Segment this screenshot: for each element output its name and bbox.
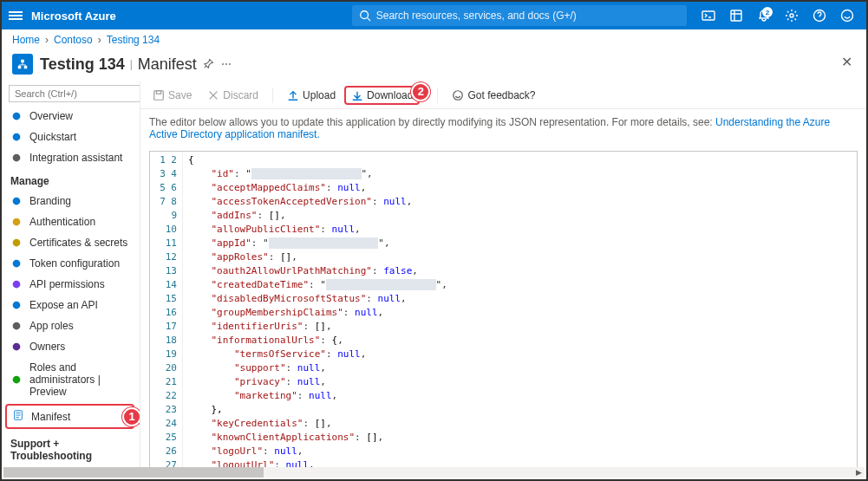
- svg-rect-7: [21, 60, 24, 63]
- editor-gutter: 1 2 3 4 5 6 7 8 9 10 11 12 13 14 15 16 1…: [150, 152, 183, 468]
- breadcrumb: Home › Contoso › Testing 134: [2, 29, 866, 50]
- cert-icon: [10, 237, 23, 249]
- sidebar-item-label: Token configuration: [29, 257, 120, 270]
- sidebar-item-label: API permissions: [29, 278, 105, 290]
- directories-icon[interactable]: [724, 3, 748, 28]
- save-button: Save: [146, 86, 199, 105]
- svg-point-17: [13, 281, 21, 289]
- sidebar: « OverviewQuickstartIntegration assistan…: [2, 81, 140, 472]
- sidebar-item-label: Quickstart: [29, 131, 76, 143]
- svg-rect-3: [731, 10, 741, 21]
- search-icon: [359, 10, 371, 22]
- sidebar-group-support: Support + Troubleshooting: [2, 431, 140, 465]
- scroll-thumb[interactable]: [3, 467, 264, 478]
- discard-button: Discard: [200, 86, 265, 105]
- brand-text: Microsoft Azure: [31, 10, 116, 23]
- search-input[interactable]: [376, 10, 680, 22]
- menu-icon[interactable]: [9, 11, 23, 20]
- upload-button[interactable]: Upload: [280, 86, 343, 105]
- rocket-icon: [10, 131, 23, 143]
- svg-point-11: [13, 133, 21, 141]
- sidebar-item-top-1[interactable]: Quickstart: [2, 127, 140, 147]
- api-icon: [10, 278, 23, 290]
- sidebar-item-label: App roles: [29, 320, 74, 332]
- svg-point-14: [13, 218, 21, 226]
- feedback-button[interactable]: Got feedback?: [445, 86, 542, 105]
- svg-point-32: [454, 90, 463, 100]
- scroll-right-icon[interactable]: ▶: [852, 467, 865, 478]
- cloud-shell-icon[interactable]: [696, 3, 721, 28]
- sidebar-item-manage-5[interactable]: Expose an API: [2, 295, 140, 315]
- svg-point-20: [13, 343, 21, 351]
- page-title: Testing 134: [40, 55, 125, 74]
- sidebar-item-label: Branding: [29, 195, 71, 207]
- crumb-2[interactable]: Testing 134: [107, 34, 160, 46]
- svg-point-18: [13, 302, 21, 309]
- key-icon: [10, 216, 23, 228]
- sidebar-item-label: Integration assistant: [29, 152, 122, 164]
- sidebar-item-manage-3[interactable]: Token configuration: [2, 253, 140, 274]
- svg-point-6: [842, 10, 853, 22]
- token-icon: [10, 257, 23, 270]
- settings-icon[interactable]: [780, 3, 804, 28]
- wrench-icon: [10, 152, 23, 164]
- sidebar-item-manage-0[interactable]: Branding: [2, 191, 140, 211]
- notifications-icon[interactable]: 2: [752, 3, 776, 28]
- sidebar-item-label: Certificates & secrets: [29, 237, 127, 249]
- sidebar-item-manage-6[interactable]: App roles: [2, 315, 140, 336]
- svg-point-19: [13, 322, 21, 330]
- sidebar-item-manifest[interactable]: Manifest 1: [5, 404, 134, 429]
- roles-icon: [10, 320, 23, 332]
- toolbar: Save Discard Upload Download 2: [140, 81, 866, 109]
- grid-icon: [10, 110, 23, 122]
- tag-icon: [10, 195, 23, 207]
- editor-code[interactable]: { "id": "x", "acceptMappedClaims": null,…: [183, 152, 857, 468]
- crumb-home[interactable]: Home: [12, 34, 40, 46]
- sidebar-item-manage-2[interactable]: Certificates & secrets: [2, 232, 140, 253]
- svg-point-21: [13, 376, 21, 384]
- sidebar-item-manage-4[interactable]: API permissions: [2, 274, 140, 295]
- crumb-1[interactable]: Contoso: [54, 34, 93, 46]
- annotation-badge-1: 1: [122, 407, 140, 426]
- svg-rect-8: [18, 66, 22, 69]
- more-icon[interactable]: ⋯: [221, 58, 232, 70]
- feedback-icon[interactable]: [835, 3, 859, 28]
- close-icon[interactable]: ✕: [841, 54, 852, 70]
- horizontal-scrollbar[interactable]: ◀ ▶: [3, 467, 865, 478]
- manifest-editor[interactable]: 1 2 3 4 5 6 7 8 9 10 11 12 13 14 15 16 1…: [149, 151, 858, 469]
- sidebar-item-manage-1[interactable]: Authentication: [2, 211, 140, 232]
- content-area: Save Discard Upload Download 2: [140, 81, 866, 472]
- pin-icon[interactable]: [204, 58, 214, 71]
- svg-line-1: [367, 18, 370, 22]
- help-icon[interactable]: [807, 3, 832, 28]
- sidebar-item-label: Roles and administrators | Preview: [29, 361, 131, 398]
- sidebar-item-label: Manifest: [31, 411, 70, 423]
- info-text: The editor below allows you to update th…: [140, 109, 866, 147]
- global-search[interactable]: [352, 5, 687, 26]
- notification-badge: 2: [762, 7, 773, 17]
- svg-point-4: [790, 14, 793, 17]
- svg-rect-28: [154, 90, 164, 100]
- sidebar-search-input[interactable]: [9, 85, 140, 102]
- sidebar-item-top-2[interactable]: Integration assistant: [2, 147, 140, 168]
- sidebar-item-manage-7[interactable]: Owners: [2, 336, 140, 357]
- annotation-badge-2: 2: [411, 82, 430, 101]
- svg-point-15: [13, 239, 21, 247]
- svg-rect-9: [24, 66, 28, 69]
- svg-point-12: [13, 154, 21, 162]
- sidebar-item-manage-8[interactable]: Roles and administrators | Preview: [2, 357, 140, 402]
- sidebar-item-label: Overview: [29, 110, 73, 122]
- download-button[interactable]: Download 2: [344, 86, 420, 105]
- top-actions: 2: [696, 3, 859, 28]
- manifest-icon: [12, 409, 24, 424]
- app-icon: [12, 54, 33, 75]
- admin-icon: [10, 374, 23, 386]
- svg-rect-2: [702, 11, 715, 20]
- svg-point-16: [13, 260, 21, 268]
- sidebar-item-label: Expose an API: [29, 299, 98, 311]
- svg-rect-29: [156, 90, 160, 94]
- page-subtitle: Manifest: [138, 55, 197, 74]
- sidebar-item-top-0[interactable]: Overview: [2, 106, 140, 127]
- sidebar-item-label: Authentication: [29, 216, 95, 228]
- sidebar-item-label: Owners: [29, 341, 65, 353]
